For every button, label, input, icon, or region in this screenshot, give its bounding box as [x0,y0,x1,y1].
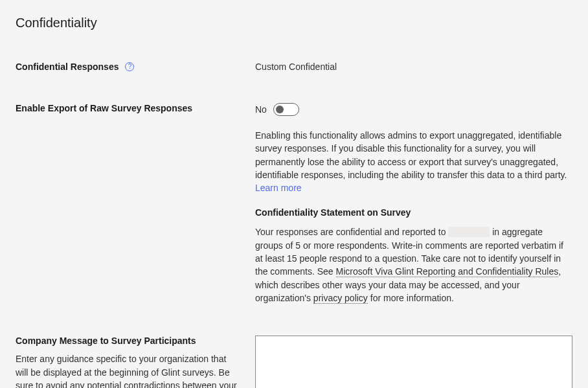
stmt-part4: for more information. [370,293,454,303]
enable-export-row: Enable Export of Raw Survey Responses No… [16,103,572,304]
enable-export-label: Enable Export of Raw Survey Responses [16,103,192,113]
privacy-policy-link[interactable]: privacy policy [313,293,368,304]
reporting-rules-link[interactable]: Microsoft Viva Glint Reporting and Confi… [336,266,559,277]
confidential-responses-row: Confidential Responses ? Custom Confiden… [16,62,572,72]
toggle-state-text: No [255,104,267,115]
enable-export-desc: Enabling this functionality allows admin… [255,129,572,194]
company-message-hint-text: Enter any guidance specific to your orga… [16,354,237,388]
stmt-part1: Your responses are confidential and repo… [255,227,446,237]
confidentiality-statement-text: Your responses are confidential and repo… [255,225,572,304]
confidentiality-statement-heading: Confidentiality Statement on Survey [255,207,572,218]
enable-export-desc-text: Enabling this functionality allows admin… [255,130,567,180]
redacted-org-name: xxxx [448,227,490,237]
company-message-label: Company Message to Survey Participants [16,336,196,346]
info-icon[interactable]: ? [125,62,134,71]
enable-export-toggle[interactable] [273,103,299,116]
confidential-responses-label: Confidential Responses [16,62,119,72]
company-message-hint: Enter any guidance specific to your orga… [16,352,240,388]
page-title: Confidentiality [16,16,572,30]
confidential-responses-value: Custom Confidential [255,62,337,72]
company-message-textarea[interactable] [255,336,572,388]
enable-export-learn-more-link[interactable]: Learn more [255,183,302,193]
company-message-row: Company Message to Survey Participants E… [16,336,572,388]
